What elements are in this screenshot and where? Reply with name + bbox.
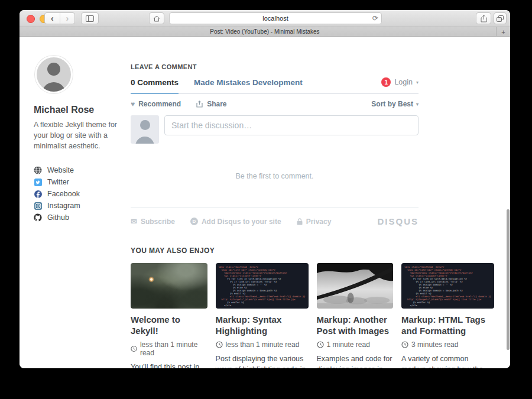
bw-landscape-art [317, 263, 394, 309]
post-thumbnail-bw-landscape[interactable] [317, 263, 394, 309]
share-page-button[interactable] [476, 12, 491, 24]
sidebar-link-label: Twitter [47, 178, 69, 186]
post-thumbnail-code-screenshot[interactable]: <div class="masthead__menu"> <nav id="si… [216, 263, 309, 309]
disqus-logo[interactable]: DISQUS [377, 216, 419, 226]
login-control[interactable]: 1 Login ▾ [381, 77, 419, 93]
author-avatar [35, 56, 73, 93]
new-tab-button[interactable]: + [496, 27, 510, 36]
login-badge: 1 [381, 77, 391, 87]
home-button[interactable] [149, 12, 164, 24]
disqus-divider [131, 207, 419, 208]
privacy-link[interactable]: Privacy [297, 218, 332, 226]
post-title-link[interactable]: Markup: Syntax Highlighting [216, 314, 309, 337]
read-time: 1 minute read [327, 340, 370, 349]
disqus-action-row: ♥ Recommend Share Sort by Best ▾ [131, 100, 419, 108]
sidebar-item-instagram[interactable]: Instagram [34, 200, 124, 212]
browser-toolbar: ‹ › localhost ⟳ [20, 10, 510, 27]
share-thread-button[interactable]: Share [196, 100, 226, 108]
sidebar-item-twitter[interactable]: Twitter [34, 176, 124, 188]
share-label: Share [207, 100, 226, 108]
sidebar-link-label: Facebook [47, 190, 80, 198]
related-posts-section: YOU MAY ALSO ENJOY Welcome to Jekyll! le… [131, 246, 494, 368]
post-meta: 3 minutes read [401, 340, 494, 349]
home-icon [153, 15, 160, 22]
add-disqus-link[interactable]: D Add Disqus to your site [190, 218, 281, 226]
author-sidebar: Michael Rose A flexible Jekyll theme for… [34, 56, 124, 223]
post-meta: less than 1 minute read [131, 340, 207, 357]
guest-avatar [131, 115, 159, 144]
related-card: <div class="masthead__menu"> <nav id="si… [216, 263, 309, 368]
empty-thread-message: Be the first to comment. [131, 172, 419, 180]
tab-overview-button[interactable] [494, 12, 507, 24]
privacy-label: Privacy [306, 218, 332, 226]
sidebar-icon [86, 15, 94, 22]
post-excerpt: Examples and code for displaying images … [317, 353, 394, 369]
post-title-link[interactable]: Markup: Another Post with Images [317, 314, 394, 337]
tab-community-link[interactable]: Made Mistakes Development [194, 78, 303, 93]
post-thumbnail-code-screenshot[interactable]: <div class="masthead__menu"> <nav id="si… [401, 263, 494, 309]
browser-window: ‹ › localhost ⟳ Post: Video (YouTube) - … [20, 10, 510, 368]
related-card: Markup: Another Post with Images 1 minut… [317, 263, 394, 368]
sidebar-item-facebook[interactable]: Facebook [34, 188, 124, 200]
comment-editor [131, 115, 419, 144]
login-label: Login [394, 78, 413, 86]
sidebar-item-website[interactable]: Website [34, 164, 124, 176]
disqus-widget: 0 Comments Made Mistakes Development 1 L… [131, 77, 419, 226]
author-bio: A flexible Jekyll theme for your blog or… [34, 119, 124, 151]
post-meta: less than 1 minute read [216, 340, 309, 349]
subscribe-link[interactable]: ✉ Subscribe [131, 217, 175, 226]
author-name: Michael Rose [34, 105, 124, 115]
comments-section-title: LEAVE A COMMENT [131, 63, 494, 70]
related-card: <div class="masthead__menu"> <nav id="si… [401, 263, 494, 368]
nav-button-group: ‹ › [44, 12, 75, 24]
post-title-link[interactable]: Markup: HTML Tags and Formatting [401, 314, 494, 337]
globe-icon [34, 166, 42, 174]
forward-icon: › [66, 14, 69, 22]
clock-icon [131, 345, 137, 352]
related-card: Welcome to Jekyll! less than 1 minute re… [131, 263, 207, 368]
heart-icon: ♥ [131, 100, 135, 108]
tab-bar: Post: Video (YouTube) - Minimal Mistakes… [20, 27, 510, 37]
sidebar-item-github[interactable]: Github [34, 212, 124, 223]
forward-button[interactable]: › [60, 13, 75, 24]
window-close-button[interactable] [27, 15, 35, 23]
disqus-d-icon: D [190, 218, 198, 225]
recommend-button[interactable]: ♥ Recommend [131, 100, 181, 108]
related-cards: Welcome to Jekyll! less than 1 minute re… [131, 263, 494, 368]
disqus-tab-row: 0 Comments Made Mistakes Development 1 L… [131, 77, 419, 94]
sort-label: Sort by Best [371, 100, 413, 108]
page-content: Michael Rose A flexible Jekyll theme for… [20, 37, 510, 368]
facebook-icon [34, 190, 42, 198]
vertical-scrollbar[interactable] [507, 209, 510, 350]
back-icon: ‹ [51, 14, 54, 22]
clock-icon [401, 341, 408, 348]
active-tab[interactable]: Post: Video (YouTube) - Minimal Mistakes [210, 28, 319, 35]
sidebar-toggle-button[interactable] [81, 12, 99, 24]
github-icon [34, 213, 42, 222]
recommend-label: Recommend [138, 100, 181, 108]
post-thumbnail-green-macro[interactable] [131, 263, 207, 309]
add-disqus-label: Add Disqus to your site [202, 218, 281, 226]
address-bar[interactable]: localhost ⟳ [169, 12, 382, 24]
read-time: less than 1 minute read [140, 340, 207, 357]
instagram-icon [34, 202, 42, 210]
share-icon [481, 15, 487, 22]
back-button[interactable]: ‹ [45, 13, 60, 24]
post-title-link[interactable]: Welcome to Jekyll! [131, 314, 207, 337]
sort-dropdown[interactable]: Sort by Best ▾ [371, 100, 419, 108]
twitter-icon [34, 178, 42, 186]
disqus-footer: ✉ Subscribe D Add Disqus to your site Pr… [131, 216, 419, 226]
clock-icon [317, 341, 324, 348]
subscribe-label: Subscribe [141, 218, 175, 226]
read-time: less than 1 minute read [226, 340, 300, 349]
post-meta: 1 minute read [317, 340, 394, 349]
sidebar-link-label: Website [47, 166, 74, 174]
reload-icon[interactable]: ⟳ [369, 14, 381, 22]
tab-overview-icon [497, 15, 504, 22]
url-text[interactable]: localhost [181, 15, 369, 22]
comment-input[interactable] [164, 115, 419, 135]
share-box-icon [196, 100, 203, 108]
tab-comment-count[interactable]: 0 Comments [131, 78, 179, 94]
chevron-down-icon: ▾ [416, 102, 419, 107]
read-time: 3 minutes read [411, 340, 458, 349]
